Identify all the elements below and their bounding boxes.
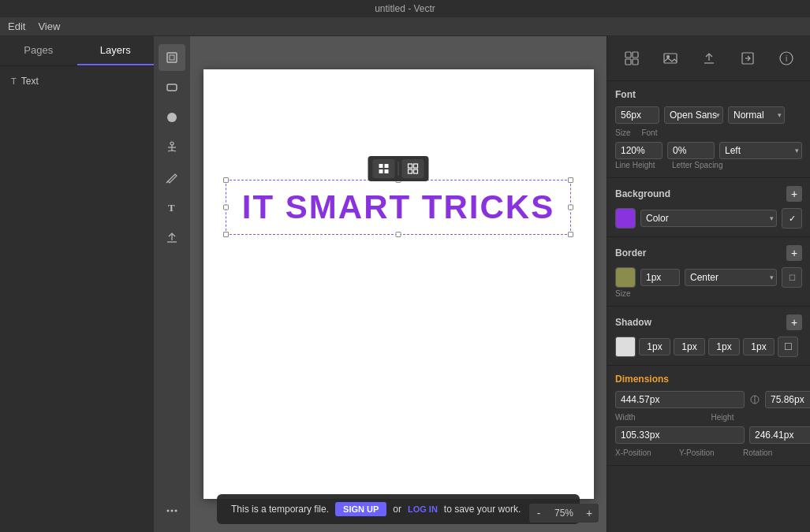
shadow-v2-input[interactable]: [674, 338, 705, 355]
width-label: Width: [615, 413, 707, 422]
list-item[interactable]: T Text: [6, 73, 147, 90]
inline-toolbar: [368, 156, 429, 181]
dim-row-1: [615, 391, 802, 408]
handle-top-left[interactable]: [223, 177, 229, 183]
tool-rect[interactable]: [159, 74, 185, 101]
border-section-header: Border +: [615, 245, 802, 261]
border-row: Center Inside Outside ☐: [615, 267, 802, 288]
x-position-input[interactable]: [615, 426, 745, 444]
svg-rect-22: [633, 52, 638, 58]
font-row-1: Open Sans Normal Bold Italic: [615, 106, 802, 124]
font-section-title: Font: [615, 89, 636, 100]
tool-anchor[interactable]: [159, 134, 185, 161]
border-opacity-btn[interactable]: ☐: [782, 267, 802, 288]
color-type-select[interactable]: Color Gradient: [640, 210, 777, 227]
tool-upload[interactable]: [159, 224, 185, 251]
background-color-row: Color Gradient ✓: [615, 208, 802, 229]
shadow-check-btn[interactable]: ☐: [778, 337, 798, 357]
width-input[interactable]: [615, 391, 745, 408]
svg-text:i: i: [786, 54, 787, 63]
shadow-color-swatch[interactable]: [615, 337, 636, 357]
border-style-select[interactable]: Center Inside Outside: [685, 269, 777, 286]
height-input[interactable]: [765, 391, 810, 408]
dim-link-btn[interactable]: [749, 391, 760, 408]
letter-spacing-input[interactable]: [667, 142, 715, 159]
background-section-title: Background: [615, 188, 670, 199]
svg-rect-0: [167, 53, 177, 62]
y-label: Y-Position: [679, 448, 738, 457]
line-height-input[interactable]: [615, 142, 663, 159]
zoom-controls: - 75% +: [529, 504, 599, 523]
tool-pen[interactable]: [159, 164, 185, 191]
background-add-button[interactable]: +: [786, 186, 802, 202]
handle-mid-right[interactable]: [568, 205, 573, 210]
zoom-value: 75%: [548, 504, 580, 523]
log-in-button[interactable]: LOG IN: [408, 504, 438, 514]
border-add-button[interactable]: +: [786, 245, 802, 261]
dimensions-title: Dimensions: [615, 374, 802, 385]
tabs-row: Pages Layers: [0, 36, 154, 66]
svg-rect-24: [633, 59, 638, 65]
menu-edit[interactable]: Edit: [8, 20, 25, 32]
font-row-2: Left Center Right: [615, 142, 802, 159]
shadow-v4-input[interactable]: [743, 338, 775, 355]
svg-line-7: [166, 181, 168, 183]
image-icon-btn[interactable]: [656, 44, 685, 73]
inline-sep: [398, 162, 399, 176]
height-label: Height: [711, 413, 803, 422]
canvas-text: IT SMART TRICKS: [242, 188, 554, 225]
border-size-input[interactable]: [640, 269, 680, 286]
share-icon-btn[interactable]: [733, 44, 762, 73]
dim-label-row-1: Width Height: [615, 413, 802, 422]
background-color-swatch[interactable]: [615, 208, 636, 229]
handle-mid-left[interactable]: [223, 205, 229, 210]
handle-bottom-left[interactable]: [223, 232, 229, 237]
export-icon-btn[interactable]: [695, 44, 723, 73]
font-weight-wrapper: Normal Bold Italic: [728, 106, 785, 124]
shadow-add-button[interactable]: +: [786, 314, 802, 330]
tool-circle[interactable]: [159, 104, 185, 131]
sign-up-button[interactable]: SIGN UP: [335, 502, 386, 516]
shadow-v3-input[interactable]: [708, 338, 740, 355]
handle-bottom-right[interactable]: [568, 232, 573, 237]
background-opacity-btn[interactable]: ✓: [782, 208, 802, 229]
font-weight-select[interactable]: Normal Bold Italic: [728, 106, 785, 124]
tool-more[interactable]: [159, 497, 185, 524]
svg-rect-21: [625, 52, 631, 58]
info-icon-btn[interactable]: i: [772, 44, 801, 73]
font-row-labels: Size Font: [615, 128, 802, 137]
svg-rect-18: [414, 164, 418, 168]
tab-pages[interactable]: Pages: [0, 36, 77, 65]
line-height-label: Line Height: [615, 161, 667, 169]
border-color-swatch[interactable]: [615, 267, 636, 288]
font-family-select[interactable]: Open Sans: [664, 106, 723, 124]
zoom-in-button[interactable]: +: [580, 504, 599, 523]
y-position-input[interactable]: [749, 426, 810, 444]
svg-rect-25: [664, 54, 677, 63]
tab-layers[interactable]: Layers: [77, 36, 155, 65]
border-size-label: Size: [615, 289, 802, 298]
svg-rect-19: [409, 169, 412, 173]
dim-label-row-2: X-Position Y-Position Rotation: [615, 448, 802, 457]
text-element[interactable]: IT SMART TRICKS: [203, 180, 594, 235]
handle-bottom-mid[interactable]: [396, 232, 401, 237]
tool-text[interactable]: T: [159, 194, 185, 221]
font-section-header: Font: [615, 89, 802, 100]
handle-top-right[interactable]: [568, 177, 573, 183]
inline-btn-left[interactable]: [373, 159, 395, 178]
background-section-header: Background +: [615, 186, 802, 202]
text-selection-box[interactable]: IT SMART TRICKS: [226, 180, 571, 235]
svg-rect-14: [385, 164, 389, 168]
shadow-v1-input[interactable]: [639, 338, 670, 355]
font-size-input[interactable]: [615, 106, 659, 124]
tool-select[interactable]: [159, 44, 185, 71]
svg-rect-2: [167, 84, 177, 91]
inline-btn-right[interactable]: [402, 159, 424, 178]
canvas-area[interactable]: IT SMART TRICKS This is a temporary file…: [190, 36, 607, 532]
zoom-out-button[interactable]: -: [529, 504, 548, 523]
svg-rect-20: [414, 169, 418, 173]
menu-view[interactable]: View: [38, 20, 60, 32]
align-select[interactable]: Left Center Right: [719, 142, 802, 159]
border-section-title: Border: [615, 247, 646, 259]
grid-icon-btn[interactable]: [618, 44, 646, 73]
